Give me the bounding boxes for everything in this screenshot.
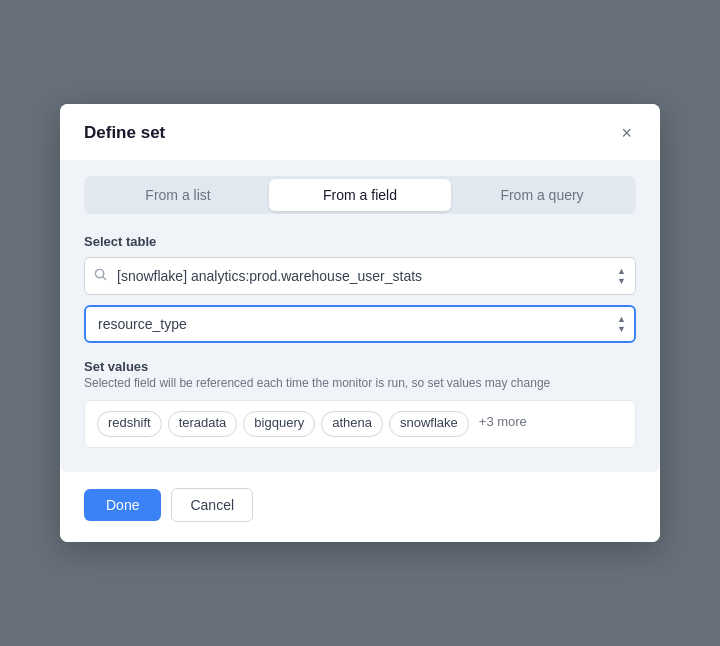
select-table-label: Select table bbox=[84, 234, 636, 249]
close-button[interactable]: × bbox=[617, 122, 636, 144]
tag-more: +3 more bbox=[475, 411, 531, 437]
table-select[interactable]: [snowflake] analytics:prod.warehouse_use… bbox=[84, 257, 636, 295]
modal-body: From a list From a field From a query Se… bbox=[60, 160, 660, 472]
tab-from-query[interactable]: From a query bbox=[451, 179, 633, 211]
done-button[interactable]: Done bbox=[84, 489, 161, 521]
tab-from-list[interactable]: From a list bbox=[87, 179, 269, 211]
tag-bigquery: bigquery bbox=[243, 411, 315, 437]
tags-container: redshift teradata bigquery athena snowfl… bbox=[84, 400, 636, 448]
modal-header: Define set × bbox=[60, 104, 660, 160]
tag-teradata: teradata bbox=[168, 411, 238, 437]
set-values-title: Set values bbox=[84, 359, 636, 374]
define-set-modal: Define set × From a list From a field Fr… bbox=[60, 104, 660, 542]
set-values-description: Selected field will be referenced each t… bbox=[84, 376, 636, 390]
tag-athena: athena bbox=[321, 411, 383, 437]
table-select-wrapper: [snowflake] analytics:prod.warehouse_use… bbox=[84, 257, 636, 295]
tab-from-field[interactable]: From a field bbox=[269, 179, 451, 211]
modal-title: Define set bbox=[84, 123, 165, 143]
cancel-button[interactable]: Cancel bbox=[171, 488, 253, 522]
field-select[interactable]: resource_type bbox=[84, 305, 636, 343]
modal-footer: Done Cancel bbox=[60, 472, 660, 542]
tag-snowflake: snowflake bbox=[389, 411, 469, 437]
tab-row: From a list From a field From a query bbox=[84, 176, 636, 214]
tag-redshift: redshift bbox=[97, 411, 162, 437]
field-select-wrapper: resource_type ▲ ▼ bbox=[84, 305, 636, 343]
